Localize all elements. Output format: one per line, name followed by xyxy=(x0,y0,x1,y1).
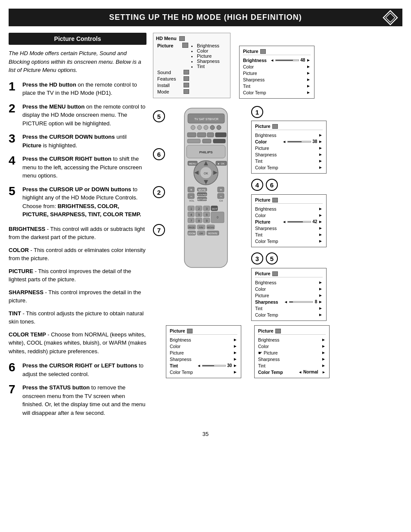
svg-point-9 xyxy=(217,125,221,130)
hd-menu-icon xyxy=(179,36,185,41)
step-text-4: Press the CURSOR RIGHT button to shift t… xyxy=(22,155,146,180)
svg-text:9: 9 xyxy=(206,219,208,222)
panel4-icon xyxy=(272,271,278,276)
panel2-icon xyxy=(272,124,278,129)
install-icon-sm xyxy=(184,83,189,87)
panel6-row-color: Color► xyxy=(258,343,326,349)
svg-point-7 xyxy=(204,125,208,130)
svg-text:6: 6 xyxy=(206,213,208,216)
page-number: 35 xyxy=(9,431,402,437)
panel4-row-sharpness: Sharpness ◄ 8 ► xyxy=(255,299,323,305)
step-item-3: 3 Press the CURSOR DOWN buttons until Pi… xyxy=(9,133,146,149)
svg-text:PHILIPS: PHILIPS xyxy=(199,150,213,154)
features-icon-sm xyxy=(184,76,189,81)
svg-text:PAGE: PAGE xyxy=(189,226,195,229)
panel6-title: Picture xyxy=(258,328,326,335)
step-number-7: 7 xyxy=(9,383,18,395)
panel4-row-brightness: Brightness► xyxy=(255,279,323,286)
diagram-step-4: 4 xyxy=(251,179,263,191)
step-item-5: 5 Press the CURSOR UP or DOWN buttons to… xyxy=(9,185,146,219)
svg-rect-11 xyxy=(197,133,206,137)
panel4-row-colortemp: Color Temp► xyxy=(255,311,323,318)
diagram-step-2: 2 xyxy=(153,186,165,198)
panel1-row-color: Color► xyxy=(243,63,311,70)
svg-text:+: + xyxy=(220,188,222,192)
svg-rect-13 xyxy=(215,133,226,137)
panel5-row-color: Color► xyxy=(170,343,237,349)
desc-color-temp: COLOR TEMP - Choose from NORMAL (keeps w… xyxy=(9,330,146,356)
step-item-2: 2 Press the MENU button on the remote co… xyxy=(9,103,146,128)
svg-text:+: + xyxy=(190,188,192,192)
panel4-row-color: Color► xyxy=(255,286,323,292)
panel3-row-tint: Tint► xyxy=(255,231,323,238)
panel1-row-tint: Tint► xyxy=(243,83,311,89)
step-number-2: 2 xyxy=(9,103,18,115)
desc-picture: PICTURE - This control improves the deta… xyxy=(9,267,146,284)
diagram-step-5b: 5 xyxy=(266,252,278,264)
step-number-5: 5 xyxy=(9,185,18,197)
panel4-row-picture: Picture► xyxy=(255,292,323,299)
panel1-row-colortemp: Color Temp► xyxy=(243,89,311,96)
page-title: Setting up the HD Mode (High Definition) xyxy=(109,13,302,22)
panel6-row-brightness: Brightness► xyxy=(258,336,326,343)
svg-text:FAV: FAV xyxy=(199,226,203,229)
svg-text:4: 4 xyxy=(190,213,192,216)
desc-tint: TINT - This control adjusts the picture … xyxy=(9,309,146,326)
panel2-row-color: Color ◄ 38 ► xyxy=(255,138,323,145)
diagram-step-6b: 6 xyxy=(266,179,278,191)
panel4-title: Picture xyxy=(255,271,323,277)
svg-text:VOL: VOL xyxy=(189,199,195,202)
step-number-1: 1 xyxy=(9,81,18,93)
svg-rect-14 xyxy=(187,139,200,143)
svg-text:−: − xyxy=(220,194,222,199)
svg-text:−: − xyxy=(190,194,192,199)
svg-text:OR: OR xyxy=(199,232,203,235)
panel3-row-sharpness: Sharpness► xyxy=(255,225,323,231)
remote-control: TV SAT STB/VCR xyxy=(169,106,247,271)
panel2-row-picture: Picture► xyxy=(255,145,323,151)
panel6-row-sharpness: Sharpness► xyxy=(258,356,326,362)
intro-text: The HD Mode offers certain Picture, Soun… xyxy=(9,49,146,75)
hd-menu-label: HD Menu xyxy=(156,36,177,41)
panel1-icon xyxy=(260,49,266,54)
step-text-5: Press the CURSOR UP or DOWN buttons to h… xyxy=(22,185,146,219)
svg-text:7: 7 xyxy=(190,219,192,222)
svg-text:► OK: ► OK xyxy=(218,162,224,165)
panel3-row-color: Color► xyxy=(255,212,323,218)
svg-text:5: 5 xyxy=(198,213,200,216)
panel5-row-brightness: Brightness► xyxy=(170,336,237,343)
step-item-7: 7 Press the STATUS button to remove the … xyxy=(9,383,146,417)
panel4-row-tint: Tint► xyxy=(255,305,323,311)
diagram-step-3: 3 xyxy=(251,252,263,264)
step-text-3: Press the CURSOR DOWN buttons until Pict… xyxy=(22,133,146,149)
hd-menu-box: HD Menu Picture Brightness Color Pict xyxy=(153,33,230,98)
steps-list: 1 Press the HD button on the remote cont… xyxy=(9,81,146,219)
panel2-row-colortemp: Color Temp► xyxy=(255,164,323,171)
svg-text:DOT: DOT xyxy=(212,208,218,210)
step-item-6: 6 Press the CURSOR RIGHT or LEFT buttons… xyxy=(9,361,146,378)
desc-brightness: BRIGHTNESS - This control will adds or s… xyxy=(9,225,146,242)
svg-text:CH: CH xyxy=(219,199,223,202)
svg-rect-15 xyxy=(202,139,211,143)
picture-panel-1: Picture Brightness ◄ 48 ► Color► Picture… xyxy=(239,46,314,99)
descriptions: BRIGHTNESS - This control will adds or s… xyxy=(9,225,146,356)
svg-point-5 xyxy=(191,125,195,130)
svg-text:3: 3 xyxy=(206,207,208,210)
page-header: Setting up the HD Mode (High Definition) xyxy=(9,9,402,26)
panel5-row-colortemp: Color Temp► xyxy=(170,369,237,375)
panel1-row-picture: Picture► xyxy=(243,70,311,76)
sound-icon-sm xyxy=(184,70,189,75)
diagram-step-6: 6 xyxy=(153,148,165,160)
diagram-step-5: 5 xyxy=(153,110,165,122)
svg-rect-16 xyxy=(213,139,225,143)
svg-text:2: 2 xyxy=(198,207,200,210)
step-number-6: 6 xyxy=(9,361,18,373)
step-item-4: 4 Press the CURSOR RIGHT button to shift… xyxy=(9,155,146,180)
svg-text:8: 8 xyxy=(198,219,200,222)
hd-menu-table: Picture Brightness Color Picture Sharpne… xyxy=(156,43,227,95)
step-number-4: 4 xyxy=(9,155,18,167)
picture-panel-5: Picture Brightness► Color► Picture► Shar… xyxy=(166,325,241,378)
svg-text:RETURN: RETURN xyxy=(197,198,208,201)
remote-svg: TV SAT STB/VCR xyxy=(169,106,243,270)
svg-point-6 xyxy=(197,125,202,130)
